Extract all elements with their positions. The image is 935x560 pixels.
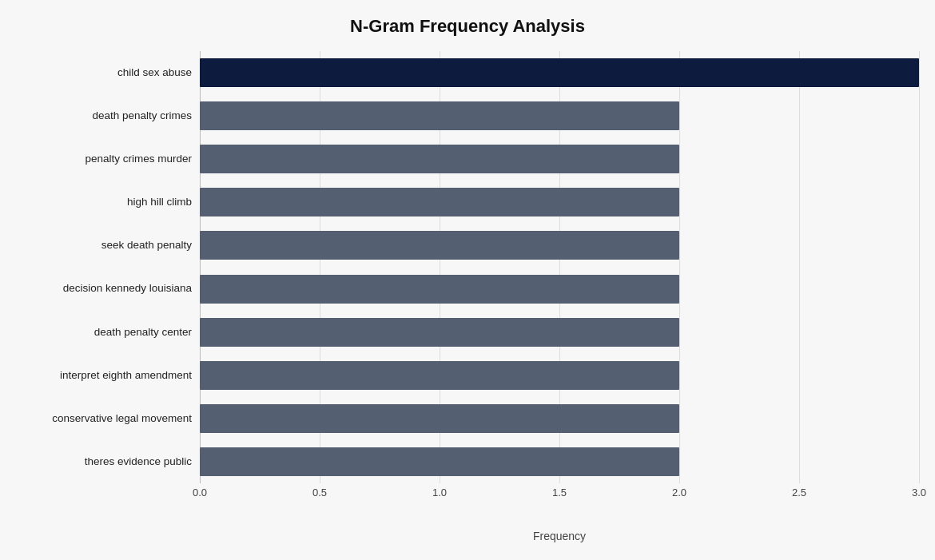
y-axis: child sex abusedeath penalty crimespenal… <box>16 51 200 483</box>
bar-row <box>200 97 919 134</box>
y-label: decision kennedy louisiana <box>16 282 192 295</box>
bars-wrapper <box>200 51 919 483</box>
x-tick: 0.5 <box>312 487 327 498</box>
grid-line <box>919 51 920 483</box>
x-tick: 0.0 <box>193 487 207 498</box>
bar <box>200 188 679 216</box>
bar <box>200 58 919 87</box>
bar <box>200 404 679 433</box>
y-label: penalty crimes murder <box>16 153 192 165</box>
x-tick: 2.0 <box>672 487 686 498</box>
bar <box>200 361 679 390</box>
bar-row <box>200 54 919 91</box>
y-label: death penalty center <box>16 326 192 339</box>
bar <box>200 275 679 304</box>
x-tick: 1.0 <box>432 487 447 498</box>
y-label: theres evidence public <box>16 455 192 468</box>
x-tick: 3.0 <box>912 487 926 498</box>
bar-row <box>200 184 919 220</box>
y-label: child sex abuse <box>16 66 192 79</box>
bar-row <box>200 227 919 264</box>
bar-row <box>200 271 919 308</box>
bar <box>200 447 679 476</box>
bar <box>200 318 679 347</box>
chart-title: N-Gram Frequency Analysis <box>16 16 919 37</box>
y-label: death penalty crimes <box>16 109 192 122</box>
bar-row <box>200 141 919 177</box>
y-label: seek death penalty <box>16 239 192 252</box>
x-tick: 1.5 <box>552 487 567 498</box>
bar-row <box>200 314 919 351</box>
x-axis: 0.00.51.01.52.02.53.0 Frequency <box>200 483 919 542</box>
y-label: interpret eighth amendment <box>16 369 192 382</box>
y-label: conservative legal movement <box>16 412 192 425</box>
bar-row <box>200 357 919 394</box>
x-tick: 2.5 <box>792 487 806 498</box>
bar-row <box>200 443 919 480</box>
bar <box>200 231 679 260</box>
bar-row <box>200 400 919 437</box>
bar <box>200 145 679 173</box>
x-axis-label: Frequency <box>200 530 919 542</box>
plot-area <box>200 51 919 483</box>
chart-container: N-Gram Frequency Analysis child sex abus… <box>0 0 935 560</box>
chart-area: child sex abusedeath penalty crimespenal… <box>16 51 919 483</box>
bar <box>200 101 679 130</box>
y-label: high hill climb <box>16 196 192 209</box>
